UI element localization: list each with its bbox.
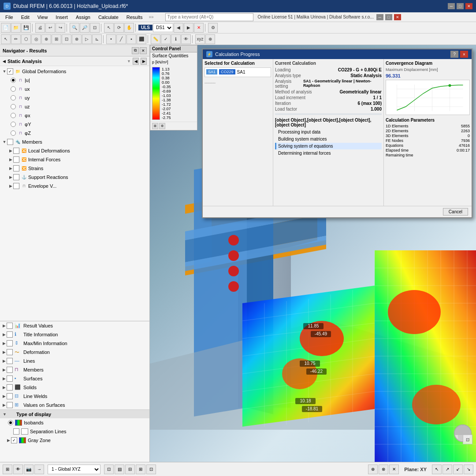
tb2-info-btn[interactable]: ℹ <box>171 34 181 44</box>
status-nav4-button[interactable]: ↘ <box>464 465 473 474</box>
stop-button[interactable]: ✕ <box>194 23 204 33</box>
menu-view[interactable]: View <box>34 14 52 21</box>
prev-result-button[interactable]: ◀ <box>174 23 183 33</box>
radio-uy[interactable] <box>11 95 16 100</box>
envelope-expand[interactable]: ▶ <box>8 184 13 188</box>
rv-check[interactable] <box>7 323 13 329</box>
nbi-separation-lines[interactable]: Separation Lines <box>0 427 149 436</box>
status-r2-button[interactable]: ⊗ <box>379 465 388 474</box>
vals-check[interactable] <box>7 402 13 408</box>
save-button[interactable]: 💾 <box>21 23 31 33</box>
cp-expand-button[interactable]: ⊞ <box>152 123 158 129</box>
nbi-solids[interactable]: ▶ ⬛ Solids <box>0 383 149 392</box>
members-expand-icon[interactable]: ▼ <box>2 140 7 144</box>
nav-restore-button[interactable]: ⧉ <box>132 47 139 54</box>
lines-check[interactable] <box>7 358 13 364</box>
tb2-btn3[interactable]: ⬡ <box>21 34 31 44</box>
next-result-button[interactable]: ▶ <box>184 23 193 33</box>
tb2-node-btn[interactable]: • <box>106 34 116 44</box>
menu-assign[interactable]: Assign <box>72 14 94 21</box>
tb2-btn8[interactable]: ⊗ <box>72 34 82 44</box>
radio-u-abs[interactable] <box>11 78 16 83</box>
tree-uy[interactable]: ⊓ uy <box>0 93 149 102</box>
minimize-button[interactable]: ─ <box>448 3 455 9</box>
zoom-in-button[interactable]: 🔍 <box>70 23 79 33</box>
nbi-deformation[interactable]: ▶ 〜 Deformation <box>0 348 149 357</box>
view-area[interactable]: 1011000101101011010010110100101101001011… <box>150 45 476 462</box>
nbi-title-info[interactable]: ▶ ℹ Title Information <box>0 330 149 339</box>
status-tb3-button[interactable]: ⊟ <box>125 465 135 474</box>
select-button[interactable]: ↖ <box>104 23 114 33</box>
tb2-btn9[interactable]: ▷ <box>82 34 92 44</box>
isobands-radio[interactable] <box>8 420 13 425</box>
tree-phiz[interactable]: ⊓ φZ <box>0 129 149 138</box>
tb2-surf-btn[interactable]: ▪ <box>126 34 136 44</box>
menu-edit[interactable]: Edit <box>18 14 33 21</box>
checkbox-internal-forces[interactable] <box>13 156 19 163</box>
dialog-close-button[interactable]: × <box>460 51 468 58</box>
settings-button[interactable]: ⚙ <box>208 23 218 33</box>
inner-close-button[interactable]: ✕ <box>394 14 401 20</box>
nbi-type-display-header[interactable]: ▼ Type of display <box>0 409 149 418</box>
nbi-maxmin-info[interactable]: ▶ ⇕ Max/Min Information <box>0 339 149 348</box>
tb2-check-btn[interactable]: ✓ <box>161 34 171 44</box>
tb2-btn10[interactable]: ⊾ <box>92 34 102 44</box>
gray-zone-check[interactable] <box>11 437 17 443</box>
mm-check[interactable] <box>7 340 13 346</box>
members-bottom-check[interactable] <box>7 367 13 373</box>
cancel-button[interactable]: Cancel <box>443 208 468 216</box>
status-eye-button[interactable]: 👁 <box>13 465 23 474</box>
nbi-members[interactable]: ▶ ⊓ Members <box>0 365 149 374</box>
checkbox-local-def[interactable] <box>13 148 19 154</box>
tree-strains[interactable]: ▶ 🔀 Strains <box>0 164 149 173</box>
tb2-view-btn[interactable]: 👁 <box>181 34 191 44</box>
menu-calculate[interactable]: Calculate <box>95 14 122 21</box>
solids-check[interactable] <box>7 384 13 390</box>
nbi-result-values[interactable]: ▶ 📊 Result Values <box>0 321 149 330</box>
tb2-btn2[interactable]: ✏ <box>11 34 21 44</box>
status-grid-button[interactable]: ⊞ <box>3 465 12 474</box>
expand-icon[interactable]: ▼ <box>2 69 7 74</box>
inner-minimize-button[interactable]: ─ <box>376 14 383 20</box>
tb2-btn7[interactable]: ⊡ <box>62 34 71 44</box>
close-button[interactable]: ✕ <box>465 3 472 9</box>
tree-support-reactions[interactable]: ▶ ⚓ Support Reactions <box>0 173 149 182</box>
nav-next-button[interactable]: ▶ <box>141 58 147 65</box>
status-arrow-button[interactable]: → <box>34 465 44 474</box>
status-nav3-button[interactable]: ↙ <box>453 465 463 474</box>
internal-forces-expand[interactable]: ▶ <box>8 157 13 162</box>
status-tb2-button[interactable]: ▤ <box>115 465 124 474</box>
ds-selector[interactable]: DS1 <box>153 23 173 32</box>
status-tb1-button[interactable]: ⊡ <box>104 465 114 474</box>
rotate-button[interactable]: ⟳ <box>114 23 124 33</box>
tb2-measure-btn[interactable]: 📏 <box>151 34 160 44</box>
nbi-isobands[interactable]: Isobands <box>0 418 149 427</box>
local-def-expand[interactable]: ▶ <box>8 149 13 153</box>
welds-check[interactable] <box>7 393 13 399</box>
tree-global-deformations[interactable]: ▼ 📁 Global Deformations <box>0 67 149 76</box>
tree-envelope[interactable]: ▶ ⊓ Envelope V... <box>0 182 149 190</box>
cp-settings-button[interactable]: ⚙ <box>159 123 165 129</box>
tree-u-abs[interactable]: ⊓ |u| <box>0 76 149 85</box>
checkbox-members[interactable] <box>7 139 13 145</box>
zoom-fit-3d-button[interactable]: ⊡ <box>463 435 472 444</box>
radio-uz[interactable] <box>11 104 16 109</box>
tb2-xyz-btn[interactable]: xyz <box>195 34 205 44</box>
tree-local-def[interactable]: ▶ 🔀 Local Deformations <box>0 146 149 155</box>
nbi-values-surfaces[interactable]: ▶ ⊞ Values on Surfaces <box>0 401 149 409</box>
static-collapse-arrow[interactable]: ◀ <box>3 59 6 63</box>
tree-phix[interactable]: ⊓ φx <box>0 111 149 120</box>
status-r3-button[interactable]: ✕ <box>389 465 399 474</box>
radio-phiy[interactable] <box>11 122 16 127</box>
tb2-axis-btn[interactable]: ⊕ <box>205 34 215 44</box>
status-nav1-button[interactable]: ↖ <box>432 465 442 474</box>
radio-phiz[interactable] <box>11 130 16 136</box>
support-expand[interactable]: ▶ <box>8 175 13 179</box>
undo-button[interactable]: ↩ <box>45 23 55 33</box>
nbi-linewelds[interactable]: ▶ ⊟ Line Welds <box>0 392 149 401</box>
checkbox-envelope[interactable] <box>13 183 19 189</box>
tb2-line-btn[interactable]: ╱ <box>116 34 126 44</box>
menu-results[interactable]: Results <box>123 14 146 21</box>
radio-phix[interactable] <box>11 113 16 118</box>
status-camera-button[interactable]: 📷 <box>24 465 33 474</box>
